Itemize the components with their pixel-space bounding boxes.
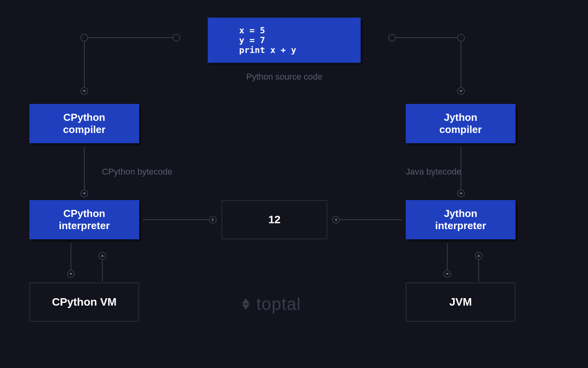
source-line-3: print x + y: [239, 45, 296, 55]
source-label: Python source code: [246, 72, 322, 82]
connector-line: [461, 147, 461, 190]
cpython-interpreter-node: CPython interpreter: [29, 200, 139, 239]
connector-cap: [388, 34, 396, 42]
connector-cap: [172, 34, 180, 42]
jython-compiler-label: Jython compiler: [425, 111, 496, 136]
java-bytecode-label: Java bytecode: [406, 167, 461, 177]
output-value: 12: [268, 213, 280, 226]
connector-line: [88, 37, 173, 38]
arrow-down-icon: [67, 270, 75, 278]
output-node: 12: [221, 200, 327, 239]
arrow-down-icon: [443, 270, 451, 278]
connector-line: [447, 243, 448, 271]
connector-line: [395, 37, 458, 38]
arrow-down-icon: [80, 189, 88, 197]
jython-interpreter-node: Jython interpreter: [406, 200, 515, 239]
toptal-icon: [239, 297, 252, 311]
jython-interpreter-label: Jython interpreter: [421, 208, 500, 232]
source-line-2: y = 7: [239, 35, 296, 45]
jvm-label: JVM: [449, 296, 472, 308]
source-line-1: x = 5: [239, 26, 296, 35]
arrow-down-icon: [80, 87, 88, 95]
connector-line: [461, 42, 461, 88]
connector-line: [143, 219, 210, 220]
cpython-interpreter-label: CPython interpreter: [45, 208, 123, 232]
cpython-vm-node: CPython VM: [29, 282, 139, 322]
connector-cap: [80, 34, 88, 42]
arrow-up-icon: [475, 252, 483, 260]
jython-compiler-node: Jython compiler: [406, 104, 515, 143]
connector-line: [71, 243, 71, 271]
connector-line: [478, 259, 479, 282]
arrow-down-icon: [457, 189, 465, 197]
connector-cap: [457, 34, 465, 42]
arrow-left-icon: [332, 216, 340, 224]
connector-line: [84, 147, 85, 190]
arrow-right-icon: [209, 216, 217, 224]
cpython-vm-label: CPython VM: [52, 296, 117, 308]
jvm-node: JVM: [406, 282, 515, 322]
brand-logo: toptal: [239, 294, 301, 314]
cpython-compiler-node: CPython compiler: [29, 104, 139, 143]
connector-line: [339, 219, 402, 220]
connector-line: [84, 42, 85, 88]
arrow-down-icon: [457, 87, 465, 95]
source-code-box: x = 5 y = 7 print x + y: [208, 18, 361, 63]
connector-line: [102, 259, 103, 282]
cpython-compiler-label: CPython compiler: [49, 111, 120, 136]
cpython-bytecode-label: CPython bytecode: [102, 167, 172, 177]
arrow-up-icon: [98, 252, 106, 260]
brand-text: toptal: [256, 294, 301, 314]
